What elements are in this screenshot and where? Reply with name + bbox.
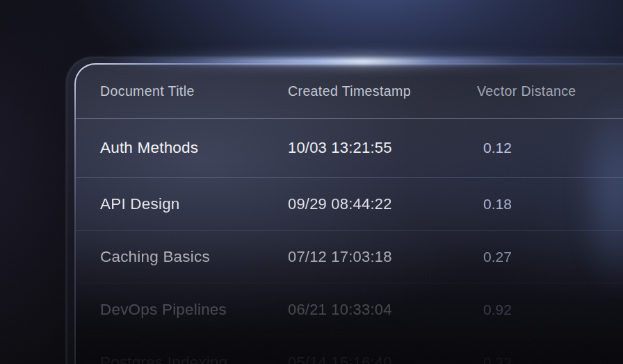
column-header-created-timestamp: Created Timestamp bbox=[288, 83, 477, 99]
table-header-row: Document Title Created Timestamp Vector … bbox=[76, 65, 623, 118]
cell-created-timestamp: 07/12 17:03:18 bbox=[288, 248, 477, 266]
cell-document-title: Postgres Indexing bbox=[76, 354, 288, 364]
cell-document-title: API Design bbox=[76, 195, 288, 213]
cell-document-title: Caching Basics bbox=[76, 248, 288, 266]
cell-created-timestamp: 05/14 15:16:40 bbox=[288, 354, 477, 364]
cell-vector-distance: 0.92 bbox=[477, 301, 623, 318]
table-row[interactable]: Auth Methods 10/03 13:21:55 0.12 bbox=[76, 118, 623, 177]
table-body: Auth Methods 10/03 13:21:55 0.12 API Des… bbox=[76, 118, 623, 364]
cell-vector-distance: 0.33 bbox=[477, 354, 623, 364]
column-header-document-title: Document Title bbox=[76, 83, 288, 99]
documents-card-surface: Document Title Created Timestamp Vector … bbox=[76, 65, 623, 364]
cell-vector-distance: 0.27 bbox=[477, 249, 623, 265]
table-row[interactable]: Caching Basics 07/12 17:03:18 0.27 bbox=[76, 230, 623, 283]
table-row[interactable]: DevOps Pipelines 06/21 10:33:04 0.92 bbox=[76, 283, 623, 336]
cell-created-timestamp: 10/03 13:21:55 bbox=[288, 139, 477, 157]
cell-vector-distance: 0.18 bbox=[477, 196, 623, 213]
documents-card: Document Title Created Timestamp Vector … bbox=[74, 63, 623, 364]
background: Document Title Created Timestamp Vector … bbox=[0, 0, 623, 364]
cell-document-title: Auth Methods bbox=[76, 139, 288, 157]
column-header-vector-distance: Vector Distance bbox=[477, 83, 623, 99]
cell-created-timestamp: 06/21 10:33:04 bbox=[288, 301, 477, 319]
cell-document-title: DevOps Pipelines bbox=[76, 301, 288, 319]
cell-vector-distance: 0.12 bbox=[477, 140, 623, 156]
cell-created-timestamp: 09/29 08:44:22 bbox=[288, 195, 477, 213]
table-row[interactable]: API Design 09/29 08:44:22 0.18 bbox=[76, 177, 623, 230]
table-row[interactable]: Postgres Indexing 05/14 15:16:40 0.33 bbox=[76, 336, 623, 364]
